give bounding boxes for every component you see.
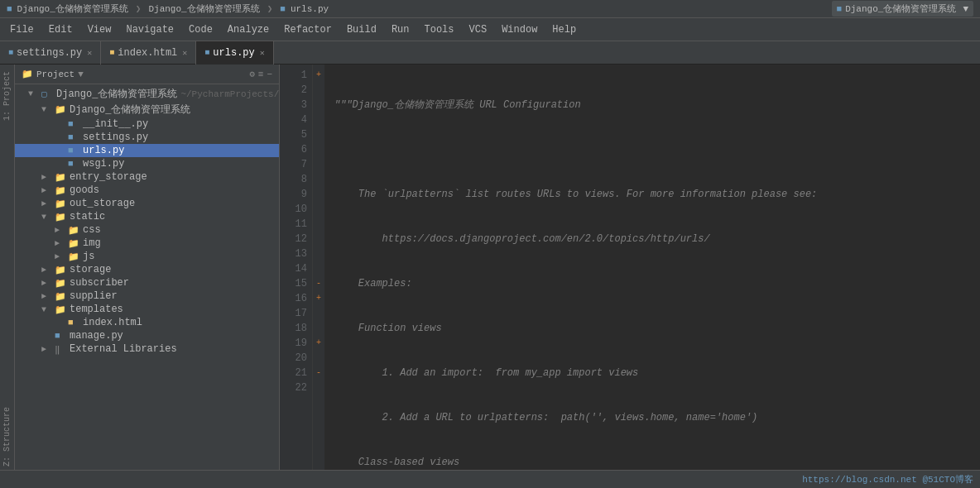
ln-22: 22 (285, 380, 307, 395)
fold-16[interactable]: + (313, 291, 324, 306)
menu-window[interactable]: Window (495, 21, 544, 39)
project-title-label: Project (36, 69, 74, 79)
project-header-actions: ⚙ ≡ − (249, 69, 272, 79)
tree-item-entry-storage[interactable]: ► 📁 entry_storage (15, 170, 279, 184)
window-title: ■ Django_仓储物资管理系统 ▼ (832, 1, 973, 17)
index-html-icon: ■ (68, 318, 81, 328)
fold-5 (313, 127, 324, 142)
storage-arrow: ► (41, 266, 55, 275)
url-icon: ■ (280, 4, 286, 14)
menu-help[interactable]: Help (545, 21, 583, 39)
code-line-7: 1. Add an import: from my_app import vie… (334, 366, 970, 380)
tree-item-wsgi[interactable]: ■ wsgi.py (15, 157, 279, 170)
ln-17: 17 (285, 306, 307, 321)
fold-11 (313, 217, 324, 232)
close-panel-icon[interactable]: − (267, 69, 272, 79)
project-dropdown-icon[interactable]: ▼ (78, 69, 84, 79)
project-icon: ■ (7, 4, 12, 14)
menu-refactor[interactable]: Refactor (277, 21, 339, 39)
entry-storage-arrow: ► (41, 173, 55, 182)
menu-tools[interactable]: Tools (418, 21, 461, 39)
project-tree: ▼ ▢ Django_仓储物资管理系统 ~/PycharmProjects/Dj… (15, 84, 279, 470)
breadcrumb-part-2: Django_仓储物资管理系统 (148, 2, 259, 15)
tree-item-js[interactable]: ► 📁 js (15, 250, 279, 263)
ln-16: 16 (285, 291, 307, 306)
supplier-arrow: ► (41, 292, 55, 301)
tree-item-img[interactable]: ► 📁 img (15, 237, 279, 250)
tree-item-templates[interactable]: ▼ 📁 templates (15, 303, 279, 316)
ext-libs-icon: ‖ (55, 344, 68, 355)
tree-item-django-folder[interactable]: ▼ 📁 Django_仓储物资管理系统 (15, 102, 279, 117)
tree-root[interactable]: ▼ ▢ Django_仓储物资管理系统 ~/PycharmProjects/Dj… (15, 86, 279, 102)
templates-icon: 📁 (55, 304, 68, 315)
tab-index-close[interactable]: ✕ (182, 48, 187, 58)
tab-urls-close[interactable]: ✕ (260, 48, 265, 58)
fold-17 (313, 306, 324, 321)
static-arrow: ▼ (41, 213, 55, 222)
menu-code[interactable]: Code (182, 21, 219, 39)
tree-item-supplier[interactable]: ► 📁 supplier (15, 289, 279, 303)
settings-label: settings.py (83, 132, 148, 143)
code-line-6: Function views (334, 321, 970, 336)
status-bar: https://blog.csdn.net @51CTO博客 (0, 470, 980, 488)
tree-item-urls[interactable]: ■ urls.py (15, 144, 279, 157)
tree-item-subscriber[interactable]: ► 📁 subscriber (15, 276, 279, 289)
templates-arrow: ▼ (41, 305, 55, 314)
fold-20 (313, 351, 324, 366)
subscriber-label: subscriber (70, 277, 129, 289)
fold-13 (313, 246, 324, 261)
menu-build[interactable]: Build (340, 21, 383, 39)
collapse-icon[interactable]: ≡ (258, 69, 264, 79)
ln-8: 8 (285, 172, 307, 187)
dropdown-icon[interactable]: ▼ (963, 4, 968, 14)
code-line-2 (334, 142, 970, 157)
css-arrow: ► (55, 226, 68, 235)
tree-item-static[interactable]: ▼ 📁 static (15, 210, 279, 223)
img-arrow: ► (55, 239, 68, 248)
menu-vcs[interactable]: VCS (463, 21, 494, 39)
manage-icon: ■ (55, 331, 68, 341)
menu-edit[interactable]: Edit (42, 21, 79, 39)
menu-analyze[interactable]: Analyze (221, 21, 276, 39)
fold-2 (313, 83, 324, 98)
tabs-bar: ■ settings.py ✕ ■ index.html ✕ ■ urls.py… (0, 41, 980, 65)
ln-9: 9 (285, 187, 307, 202)
tab-index[interactable]: ■ index.html ✕ (101, 41, 196, 65)
menu-run[interactable]: Run (385, 21, 416, 39)
menu-file[interactable]: File (3, 21, 41, 39)
tree-item-init[interactable]: ■ __init__.py (15, 117, 279, 131)
tree-item-index-html[interactable]: ■ index.html (15, 316, 279, 329)
tree-item-storage[interactable]: ► 📁 storage (15, 263, 279, 276)
fold-19[interactable]: + (313, 336, 324, 351)
tree-item-manage[interactable]: ■ manage.py (15, 329, 279, 342)
supplier-icon: 📁 (55, 291, 68, 302)
code-area[interactable]: """Django_仓储物资管理系统 URL Configuration The… (324, 65, 980, 470)
manage-arrow (41, 332, 55, 341)
tree-item-out-storage[interactable]: ► 📁 out_storage (15, 197, 279, 210)
strip-project-label[interactable]: 1: Project (1, 68, 13, 124)
tree-item-css[interactable]: ► 📁 css (15, 223, 279, 237)
fold-gutter: + - + + (313, 65, 324, 470)
tree-item-settings[interactable]: ■ settings.py (15, 131, 279, 144)
menu-navigate[interactable]: Navigate (119, 21, 180, 39)
tab-urls[interactable]: ■ urls.py ✕ (196, 41, 273, 65)
fold-15[interactable]: - (313, 276, 324, 291)
menu-view[interactable]: View (81, 21, 118, 39)
fold-1[interactable]: + (313, 68, 324, 83)
settings-gear-icon[interactable]: ⚙ (249, 69, 255, 79)
editor-content[interactable]: 1 2 3 4 5 6 7 8 9 10 11 12 13 14 15 16 1… (280, 65, 980, 470)
templates-label: templates (70, 304, 123, 315)
tab-settings-close[interactable]: ✕ (87, 48, 92, 58)
title-bar: ■ Django_仓储物资管理系统 ❯ Django_仓储物资管理系统 ❯ ■ … (0, 0, 980, 18)
fold-21[interactable]: - (313, 366, 324, 380)
tree-item-ext-libs[interactable]: ► ‖ External Libraries (15, 342, 279, 356)
ln-18: 18 (285, 321, 307, 336)
django-folder-icon: 📁 (55, 104, 68, 115)
ln-4: 4 (285, 112, 307, 127)
tree-item-goods[interactable]: ► 📁 goods (15, 184, 279, 197)
code-line-3: The `urlpatterns` list routes URLs to vi… (334, 187, 970, 202)
supplier-label: supplier (70, 290, 118, 302)
tab-settings[interactable]: ■ settings.py ✕ (0, 41, 101, 65)
strip-structure-label[interactable]: Z: Structure (1, 404, 13, 470)
ln-19: 19 (285, 336, 307, 351)
